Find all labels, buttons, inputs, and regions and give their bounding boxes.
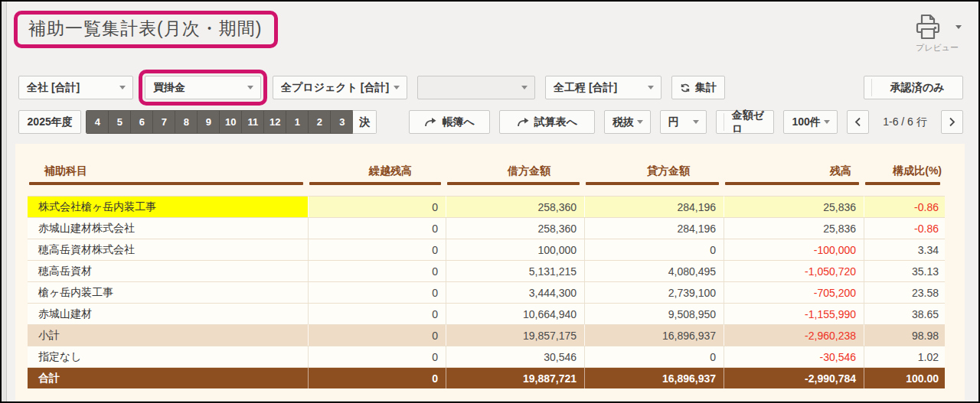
fiscal-year-button[interactable]: 2025年度 — [18, 110, 81, 134]
cell: 4,080,495 — [584, 260, 724, 281]
annotation-box-account: 買掛金 — [139, 70, 267, 106]
row-range-label: 1-6 / 6 行 — [878, 115, 932, 129]
cell: 10,664,940 — [446, 303, 584, 324]
company-select-value: 全社 [合計] — [27, 81, 80, 95]
left-edge-strip — [2, 2, 7, 401]
chevron-down-icon — [693, 120, 699, 124]
cell: -1,050,720 — [724, 260, 864, 281]
chevron-down-icon — [521, 86, 528, 89]
month-button-5[interactable]: 5 — [109, 111, 131, 133]
approved-only-button[interactable]: 承認済のみ — [864, 76, 963, 99]
cell: 30,546 — [446, 346, 584, 367]
page-size-select[interactable]: 100件 — [783, 110, 838, 134]
prev-page-button[interactable] — [847, 110, 869, 134]
cell: 1.02 — [864, 346, 945, 367]
jump-arrow-icon — [424, 117, 437, 127]
closing-month-button[interactable]: 決 — [353, 110, 377, 134]
cell: -30,546 — [724, 346, 864, 367]
cell: 0 — [308, 196, 446, 217]
amount-zero-button[interactable]: 金額ゼロ — [716, 110, 775, 134]
cell: 3.34 — [864, 239, 945, 260]
chevron-down-icon — [824, 120, 830, 124]
next-page-button[interactable] — [941, 110, 963, 134]
subsidiary-account-select[interactable]: 買掛金 — [145, 76, 261, 99]
chevron-down-icon — [637, 120, 643, 124]
annotation-box-title: 補助一覧集計表(月次・期間) — [14, 11, 278, 48]
month-button-10[interactable]: 10 — [220, 111, 242, 133]
cell: 19,887,721 — [446, 367, 584, 388]
process-select[interactable]: 全工程 [合計] — [545, 76, 662, 99]
column-header-3: 貸方金額 — [584, 153, 724, 185]
cell: 0 — [308, 324, 446, 346]
month-button-6[interactable]: 6 — [131, 111, 153, 133]
table-row[interactable]: 穂高岳資材05,131,2154,080,495-1,050,72035.13 — [28, 260, 946, 281]
chevron-down-icon — [394, 86, 400, 89]
chevron-left-icon — [854, 117, 861, 127]
cell: 35.13 — [864, 260, 945, 281]
cell: 100.00 — [864, 367, 945, 388]
cell: -0.86 — [864, 196, 945, 217]
cell: 0 — [308, 367, 446, 388]
month-group: 456789101112123 — [86, 110, 354, 134]
page-title: 補助一覧集計表(月次・期間) — [28, 17, 262, 41]
row-label: 赤城山建材 — [28, 303, 308, 324]
month-button-4[interactable]: 4 — [87, 111, 109, 133]
table-header-row: 補助科目繰越残高借方金額貸方金額残高構成比(%) — [28, 153, 946, 185]
currency-select[interactable]: 円 — [660, 110, 707, 134]
filter-toolbar: 全社 [合計] 買掛金 全プロジェクト [合計] 全工程 [合計] — [18, 76, 963, 99]
cell: 23.58 — [864, 281, 945, 303]
table-row[interactable]: 合計019,887,72116,896,937-2,990,784100.00 — [28, 367, 946, 388]
cell: 258,360 — [446, 217, 584, 239]
chevron-down-icon[interactable] — [956, 25, 962, 29]
cell: 16,896,937 — [584, 324, 724, 346]
page-size-value: 100件 — [792, 115, 820, 129]
row-label: 株式会社槍ヶ岳内装工事 — [28, 196, 308, 217]
to-trial-balance-button[interactable]: 試算表へ — [499, 110, 595, 134]
subproject-select[interactable] — [417, 76, 535, 99]
table-row[interactable]: 赤城山建材株式会社0258,360284,19625,836-0.86 — [28, 217, 946, 239]
cell: -705,200 — [724, 281, 864, 303]
table-row[interactable]: 槍ヶ岳内装工事03,444,3002,739,100-705,20023.58 — [28, 281, 946, 303]
month-button-12[interactable]: 12 — [264, 111, 286, 133]
cell: 38.65 — [864, 303, 945, 324]
tax-mode-select[interactable]: 税抜 — [604, 110, 651, 134]
jump-arrow-icon — [517, 117, 530, 127]
column-header-4: 残高 — [724, 153, 864, 185]
row-label: 穂高岳資材 — [28, 260, 308, 281]
cell: -100,000 — [724, 239, 864, 260]
table-row[interactable]: 株式会社槍ヶ岳内装工事0258,360284,19625,836-0.86 — [28, 196, 946, 217]
month-button-9[interactable]: 9 — [198, 111, 220, 133]
cell: 98.98 — [864, 324, 945, 346]
chevron-down-icon — [648, 86, 654, 89]
month-button-3[interactable]: 3 — [331, 111, 353, 133]
cell: 0 — [308, 303, 446, 324]
month-button-11[interactable]: 11 — [242, 111, 264, 133]
table-row[interactable]: 穂高岳資材株式会社0100,0000-100,0003.34 — [28, 239, 946, 260]
row-label: 赤城山建材株式会社 — [28, 217, 308, 239]
aggregate-button[interactable]: 集計 — [671, 76, 725, 99]
month-button-1[interactable]: 1 — [286, 111, 309, 133]
cell: 9,508,950 — [584, 303, 724, 324]
app-window: 補助一覧集計表(月次・期間) プレビュー — [0, 0, 980, 403]
cell: -2,960,238 — [724, 324, 864, 346]
cell: 0 — [308, 239, 446, 260]
table-row[interactable]: 小計019,857,17516,896,937-2,960,23898.98 — [28, 324, 946, 346]
month-button-2[interactable]: 2 — [309, 111, 331, 133]
to-trial-balance-label: 試算表へ — [534, 115, 577, 129]
company-select[interactable]: 全社 [合計] — [18, 76, 133, 99]
table-row[interactable]: 指定なし030,5460-30,5461.02 — [28, 346, 946, 367]
month-button-8[interactable]: 8 — [175, 111, 198, 133]
column-header-5: 構成比(%) — [864, 153, 945, 185]
cell: -1,155,990 — [724, 303, 864, 324]
month-button-7[interactable]: 7 — [153, 111, 175, 133]
printer-icon[interactable] — [913, 12, 943, 41]
project-select-value: 全プロジェクト [合計] — [281, 81, 389, 95]
table-row[interactable]: 赤城山建材010,664,9409,508,950-1,155,99038.65 — [28, 303, 946, 324]
chevron-right-icon — [949, 117, 956, 127]
row-label: 合計 — [28, 367, 308, 388]
cell: 0 — [308, 217, 446, 239]
cell: 25,836 — [724, 196, 864, 217]
cell: 2,739,100 — [584, 281, 724, 303]
project-select[interactable]: 全プロジェクト [合計] — [273, 76, 407, 99]
to-ledger-button[interactable]: 帳簿へ — [409, 110, 490, 134]
